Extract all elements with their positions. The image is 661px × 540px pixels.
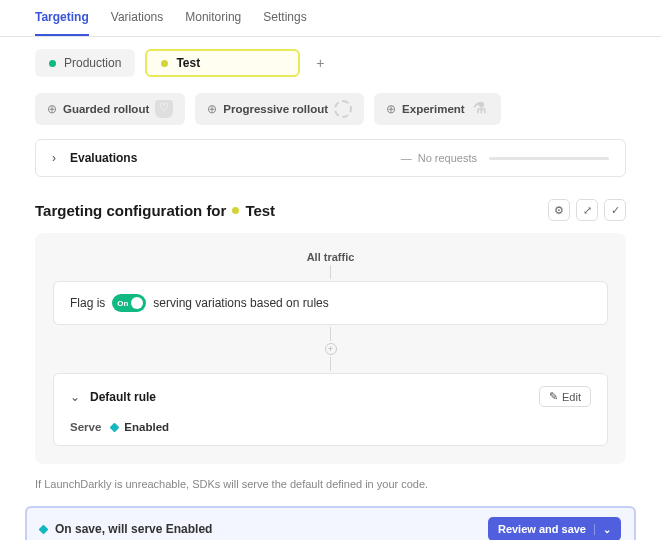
fallback-note: If LaunchDarkly is unreachable, SDKs wil… <box>35 478 626 490</box>
rule-header: ⌄ Default rule ✎ Edit <box>70 386 591 407</box>
plus-icon: ⊕ <box>47 102 57 116</box>
collapse-icon: ⤢ <box>583 204 592 217</box>
save-message-text: On save, will serve Enabled <box>55 522 212 536</box>
flag-toggle[interactable]: On <box>112 294 146 312</box>
flag-suffix: serving variations based on rules <box>153 296 328 310</box>
approve-icon-button[interactable]: ✓ <box>604 199 626 221</box>
env-production[interactable]: Production <box>35 49 135 77</box>
shield-icon <box>155 100 173 118</box>
chevron-down-icon[interactable]: ⌄ <box>70 390 80 404</box>
flag-prefix: Flag is <box>70 296 105 310</box>
rule-title: Default rule <box>90 390 529 404</box>
rollout-label: Experiment <box>402 103 465 115</box>
flag-status-card: Flag is On serving variations based on r… <box>53 281 608 325</box>
check-icon: ✓ <box>611 204 620 217</box>
plus-icon: ⊕ <box>207 102 217 116</box>
diamond-icon <box>39 524 49 534</box>
title-prefix: Targeting configuration for <box>35 202 226 219</box>
serve-value-text: Enabled <box>124 421 169 433</box>
title-env: Test <box>245 202 275 219</box>
chevron-right-icon: › <box>52 151 56 165</box>
collapse-icon-button[interactable]: ⤢ <box>576 199 598 221</box>
config-toolbar: ⚙ ⤢ ✓ <box>548 199 626 221</box>
rollout-label: Guarded rollout <box>63 103 149 115</box>
flask-icon: ⚗ <box>471 100 489 118</box>
add-rule-button[interactable]: + <box>325 343 337 355</box>
env-label: Production <box>64 56 121 70</box>
evaluations-card[interactable]: › Evaluations — No requests <box>35 139 626 177</box>
env-label: Test <box>176 56 200 70</box>
connector-line-icon <box>330 265 331 279</box>
save-bar: On save, will serve Enabled Review and s… <box>25 506 636 540</box>
pencil-icon: ✎ <box>549 390 558 403</box>
default-rule-card: ⌄ Default rule ✎ Edit Serve Enabled <box>53 373 608 446</box>
tab-variations[interactable]: Variations <box>111 10 163 36</box>
all-traffic-label: All traffic <box>53 251 608 263</box>
settings-icon-button[interactable]: ⚙ <box>548 199 570 221</box>
serve-row: Serve Enabled <box>70 421 591 433</box>
evaluations-status: — No requests <box>401 152 609 164</box>
tab-monitoring[interactable]: Monitoring <box>185 10 241 36</box>
tab-targeting[interactable]: Targeting <box>35 10 89 36</box>
plus-icon: ⊕ <box>386 102 396 116</box>
env-dot-icon <box>232 207 239 214</box>
env-test[interactable]: Test <box>145 49 300 77</box>
toggle-knob-icon <box>131 297 143 309</box>
evaluations-status-text: No requests <box>418 152 477 164</box>
connector-line-icon <box>330 327 331 341</box>
environment-selector: Production Test + <box>0 37 661 89</box>
gear-icon: ⚙ <box>554 204 564 217</box>
experiment-button[interactable]: ⊕ Experiment ⚗ <box>374 93 501 125</box>
progress-circle-icon <box>334 100 352 118</box>
toggle-label: On <box>117 299 128 308</box>
flag-status-row: Flag is On serving variations based on r… <box>70 294 591 312</box>
serve-label: Serve <box>70 421 101 433</box>
add-environment-button[interactable]: + <box>310 53 330 73</box>
plus-icon: + <box>316 55 324 71</box>
save-message: On save, will serve Enabled <box>40 522 480 536</box>
evaluations-bar-icon <box>489 157 609 160</box>
edit-label: Edit <box>562 391 581 403</box>
minus-icon: — <box>401 152 412 164</box>
rollout-options: ⊕ Guarded rollout ⊕ Progressive rollout … <box>0 89 661 139</box>
edit-button[interactable]: ✎ Edit <box>539 386 591 407</box>
env-dot-icon <box>49 60 56 67</box>
review-and-save-button[interactable]: Review and save ⌄ <box>488 517 621 540</box>
tab-bar: Targeting Variations Monitoring Settings <box>0 0 661 37</box>
button-label: Review and save <box>498 523 586 535</box>
env-dot-icon <box>161 60 168 67</box>
rollout-label: Progressive rollout <box>223 103 328 115</box>
config-header: Targeting configuration for Test ⚙ ⤢ ✓ <box>0 177 661 233</box>
config-body: All traffic Flag is On serving variation… <box>35 233 626 464</box>
connector-line-icon <box>330 357 331 371</box>
evaluations-title: Evaluations <box>70 151 387 165</box>
guarded-rollout-button[interactable]: ⊕ Guarded rollout <box>35 93 185 125</box>
tab-settings[interactable]: Settings <box>263 10 306 36</box>
serve-value: Enabled <box>111 421 169 433</box>
progressive-rollout-button[interactable]: ⊕ Progressive rollout <box>195 93 364 125</box>
page-title: Targeting configuration for Test <box>35 202 275 219</box>
diamond-icon <box>110 422 120 432</box>
chevron-down-icon: ⌄ <box>594 524 611 535</box>
